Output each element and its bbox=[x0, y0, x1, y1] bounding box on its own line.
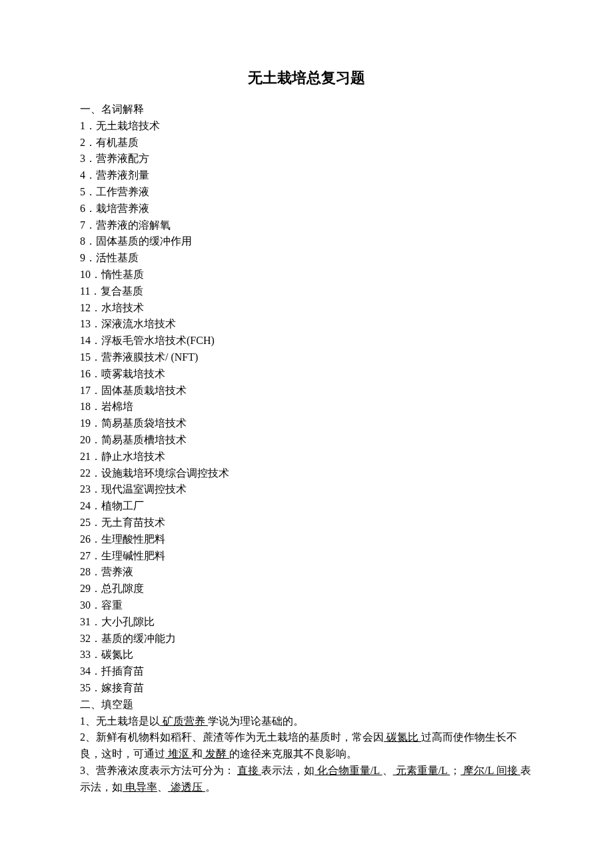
list-item: 15．营养液膜技术/ (NFT) bbox=[80, 349, 533, 366]
term: 植物工厂 bbox=[101, 500, 144, 511]
term: 容重 bbox=[101, 599, 123, 611]
fill-question-3: 3、营养液浓度表示方法可分为： 直接 表示法，如 化合物重量/L 、 元素重量/… bbox=[80, 763, 533, 796]
section1-list: 1．无土栽培技术 2．有机基质 3．营养液配方 4．营养液剂量 5．工作营养液 … bbox=[80, 118, 533, 697]
fill-question-2: 2、新鲜有机物料如稻秆、蔗渣等作为无土栽培的基质时，常会因 碳氮比 过高而使作物… bbox=[80, 729, 533, 763]
term: 营养液配方 bbox=[96, 153, 149, 164]
q3-b3: 元素重量/L bbox=[393, 765, 450, 776]
term: 碳氮比 bbox=[101, 649, 133, 660]
term: 固体基质的缓冲作用 bbox=[96, 235, 192, 247]
term: 深液流水培技术 bbox=[101, 318, 176, 329]
page-title: 无土栽培总复习题 bbox=[80, 67, 533, 89]
list-item: 24．植物工厂 bbox=[80, 498, 533, 515]
q1-pre: 1、无土栽培是以 bbox=[80, 715, 160, 727]
list-item: 16．喷雾栽培技术 bbox=[80, 366, 533, 383]
term: 基质的缓冲能力 bbox=[101, 633, 176, 644]
q3-b2: 化合物重量/L bbox=[314, 765, 382, 776]
list-item: 28．营养液 bbox=[80, 564, 533, 581]
q2-mid2: 和 bbox=[192, 748, 203, 759]
q2-pre: 2、新鲜有机物料如稻秆、蔗渣等作为无土栽培的基质时，常会因 bbox=[80, 731, 384, 743]
list-item: 35．嫁接育苗 bbox=[80, 680, 533, 697]
fill-question-1: 1、无土栽培是以 矿质营养 学说为理论基础的。 bbox=[80, 713, 533, 730]
q3-b4: 摩尔/L bbox=[460, 765, 496, 776]
term: 喷雾栽培技术 bbox=[101, 368, 165, 379]
term: 扦插育苗 bbox=[101, 665, 144, 677]
list-item: 20．简易基质槽培技术 bbox=[80, 432, 533, 449]
term: 总孔隙度 bbox=[101, 583, 144, 594]
list-item: 5．工作营养液 bbox=[80, 184, 533, 201]
q3-b1: 直接 bbox=[237, 765, 261, 776]
term: 嫁接育苗 bbox=[101, 682, 144, 693]
term: 无土栽培技术 bbox=[96, 120, 160, 131]
term: 水培技术 bbox=[101, 302, 144, 313]
list-item: 17．固体基质栽培技术 bbox=[80, 383, 533, 399]
q3-post: 。 bbox=[205, 781, 216, 793]
section2-heading: 二、填空题 bbox=[80, 697, 533, 713]
term: 营养液膜技术/ (NFT) bbox=[101, 351, 198, 363]
list-item: 29．总孔隙度 bbox=[80, 581, 533, 597]
q3-mid2: 、 bbox=[382, 765, 393, 776]
q3-pre: 3、营养液浓度表示方法可分为： bbox=[80, 765, 237, 776]
list-item: 30．容重 bbox=[80, 597, 533, 614]
list-item: 31．大小孔隙比 bbox=[80, 614, 533, 631]
list-item: 18．岩棉培 bbox=[80, 399, 533, 415]
section1-heading: 一、名词解释 bbox=[80, 101, 533, 118]
term: 惰性基质 bbox=[101, 269, 144, 280]
term: 生理碱性肥料 bbox=[101, 550, 165, 561]
list-item: 23．现代温室调控技术 bbox=[80, 481, 533, 498]
q1-post: 学说为理论基础的。 bbox=[208, 715, 304, 727]
term: 营养液 bbox=[101, 566, 133, 577]
list-item: 4．营养液剂量 bbox=[80, 167, 533, 184]
list-item: 9．活性基质 bbox=[80, 250, 533, 267]
term: 营养液剂量 bbox=[96, 169, 149, 181]
term: 无土育苗技术 bbox=[101, 517, 165, 528]
list-item: 3．营养液配方 bbox=[80, 151, 533, 167]
list-item: 1．无土栽培技术 bbox=[80, 118, 533, 135]
q3-b6: 电导率 bbox=[123, 781, 157, 793]
term: 生理酸性肥料 bbox=[101, 533, 165, 545]
list-item: 2．有机基质 bbox=[80, 135, 533, 151]
q3-mid3: ； bbox=[450, 765, 460, 776]
term: 工作营养液 bbox=[96, 186, 149, 197]
list-item: 6．栽培营养液 bbox=[80, 201, 533, 217]
term: 静止水培技术 bbox=[101, 451, 165, 462]
term: 活性基质 bbox=[96, 252, 139, 263]
list-item: 34．扦插育苗 bbox=[80, 663, 533, 680]
term: 固体基质栽培技术 bbox=[101, 385, 187, 396]
document-page: 无土栽培总复习题 一、名词解释 1．无土栽培技术 2．有机基质 3．营养液配方 … bbox=[0, 0, 613, 856]
q1-blank: 矿质营养 bbox=[160, 715, 208, 727]
term: 设施栽培环境综合调控技术 bbox=[101, 467, 229, 479]
list-item: 11．复合基质 bbox=[80, 283, 533, 300]
q3-mid5: 、 bbox=[157, 781, 168, 793]
list-item: 27．生理碱性肥料 bbox=[80, 548, 533, 565]
list-item: 8．固体基质的缓冲作用 bbox=[80, 233, 533, 250]
q2-b2: 堆沤 bbox=[165, 748, 192, 759]
list-item: 25．无土育苗技术 bbox=[80, 515, 533, 531]
list-item: 19．简易基质袋培技术 bbox=[80, 415, 533, 432]
list-item: 7．营养液的溶解氧 bbox=[80, 217, 533, 234]
q3-b7: 渗透压 bbox=[168, 781, 205, 793]
term: 营养液的溶解氧 bbox=[96, 219, 171, 231]
list-item: 10．惰性基质 bbox=[80, 267, 533, 283]
q2-post: 的途径来克服其不良影响。 bbox=[229, 748, 357, 759]
term: 岩棉培 bbox=[101, 401, 133, 412]
q3-b5: 间接 bbox=[496, 765, 520, 776]
term: 简易基质袋培技术 bbox=[101, 417, 187, 429]
list-item: 32．基质的缓冲能力 bbox=[80, 631, 533, 647]
term: 浮板毛管水培技术(FCH) bbox=[101, 335, 215, 346]
q3-mid1: 表示法，如 bbox=[261, 765, 314, 776]
list-item: 21．静止水培技术 bbox=[80, 449, 533, 465]
list-item: 12．水培技术 bbox=[80, 300, 533, 317]
term: 大小孔隙比 bbox=[101, 616, 155, 627]
list-item: 14．浮板毛管水培技术(FCH) bbox=[80, 333, 533, 349]
list-item: 26．生理酸性肥料 bbox=[80, 531, 533, 548]
term: 栽培营养液 bbox=[96, 203, 149, 214]
term: 现代温室调控技术 bbox=[101, 483, 187, 495]
term: 有机基质 bbox=[96, 137, 139, 148]
list-item: 13．深液流水培技术 bbox=[80, 316, 533, 333]
list-item: 22．设施栽培环境综合调控技术 bbox=[80, 465, 533, 482]
q2-b3: 发酵 bbox=[203, 748, 229, 759]
list-item: 33．碳氮比 bbox=[80, 647, 533, 663]
q2-b1: 碳氮比 bbox=[384, 731, 421, 743]
term: 复合基质 bbox=[101, 285, 143, 297]
term: 简易基质槽培技术 bbox=[101, 434, 187, 445]
